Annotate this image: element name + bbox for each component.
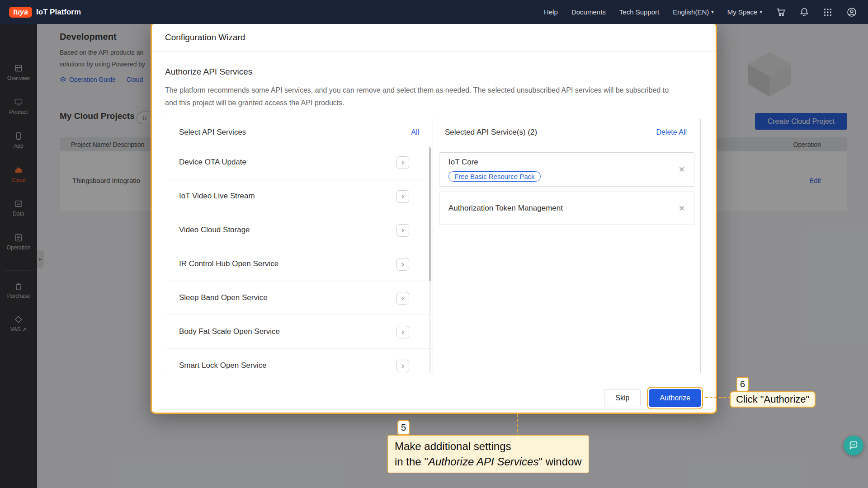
list-item: Video Cloud Storage › xyxy=(167,213,433,247)
modal-description: The platform recommends some API service… xyxy=(165,84,671,109)
list-item: IoT Video Live Stream › xyxy=(167,179,433,213)
list-item: Smart Lock Open Service › xyxy=(167,349,433,373)
app-root: tuya IoT Platform Help Documents Tech Su… xyxy=(0,0,868,488)
cart-icon[interactable] xyxy=(776,7,786,17)
topbar-right-group: Help Documents Tech Support English(EN) … xyxy=(544,7,857,18)
scrollbar-thumb[interactable] xyxy=(429,147,431,281)
step5-dashed-connector xyxy=(517,414,518,436)
authorize-button[interactable]: Authorize xyxy=(649,389,701,407)
list-item: Body Fat Scale Open Service › xyxy=(167,315,433,349)
notification-bell-icon[interactable] xyxy=(799,7,809,17)
api-service-name: Sleep Band Open Service xyxy=(179,293,268,302)
tuya-logo[interactable]: tuya xyxy=(9,7,32,18)
list-item: IR Control Hub Open Service › xyxy=(167,247,433,281)
selected-api-services-header: Selected API Service(s) (2) Delete All xyxy=(433,119,701,145)
language-dropdown[interactable]: English(EN) ▾ xyxy=(673,8,714,16)
step5-line2: in the "Authorize API Services" window xyxy=(395,454,582,469)
api-service-name: IR Control Hub Open Service xyxy=(179,259,278,268)
modal-footer: Skip Authorize xyxy=(152,383,716,413)
step5-annotation-label: Make additional settings in the "Authori… xyxy=(387,435,589,473)
remove-service-icon[interactable]: ✕ xyxy=(679,204,685,213)
api-service-name: IoT Video Live Stream xyxy=(179,192,255,201)
platform-brand-title: IoT Platform xyxy=(36,8,81,17)
my-space-dropdown[interactable]: My Space ▾ xyxy=(727,8,762,16)
chevron-down-icon: ▾ xyxy=(711,9,714,15)
documents-link[interactable]: Documents xyxy=(571,8,606,16)
expand-service-button[interactable]: › xyxy=(396,360,409,372)
expand-service-button[interactable]: › xyxy=(396,326,409,338)
tech-support-link[interactable]: Tech Support xyxy=(619,8,659,16)
chevron-down-icon: ▾ xyxy=(760,9,762,15)
resource-pack-badge: Free Basic Resource Pack xyxy=(448,171,541,182)
step6-number-badge: 6 xyxy=(736,377,749,392)
api-transfer-panel: Select API Services All Selected API Ser… xyxy=(167,119,701,373)
api-service-name: Device OTA Update xyxy=(179,158,246,167)
selected-api-services-title: Selected API Service(s) (2) xyxy=(445,128,537,137)
authorize-highlight-ring: Authorize xyxy=(647,387,703,409)
selected-service-name: Authorization Token Management xyxy=(448,204,563,213)
user-avatar[interactable] xyxy=(846,7,857,18)
authorize-api-services-heading: Authorize API Services xyxy=(165,67,252,77)
api-service-name: Smart Lock Open Service xyxy=(179,361,267,370)
chat-bubble-icon xyxy=(849,441,859,450)
step5-line1: Make additional settings xyxy=(395,439,582,454)
help-link[interactable]: Help xyxy=(544,8,558,16)
expand-service-button[interactable]: › xyxy=(396,258,409,271)
selected-service-card: Authorization Token Management ✕ xyxy=(439,192,694,225)
skip-button[interactable]: Skip xyxy=(604,389,641,407)
panel-divider xyxy=(433,119,433,373)
select-all-link[interactable]: All xyxy=(411,128,419,136)
delete-all-link[interactable]: Delete All xyxy=(656,128,687,136)
language-label: English(EN) xyxy=(673,8,709,16)
list-item: Device OTA Update › xyxy=(167,145,433,179)
api-service-name: Video Cloud Storage xyxy=(179,225,250,235)
configuration-wizard-modal: Configuration Wizard Authorize API Servi… xyxy=(151,22,717,414)
step6-annotation-label: Click "Authorize" xyxy=(730,391,816,408)
expand-service-button[interactable]: › xyxy=(396,224,409,237)
remove-service-icon[interactable]: ✕ xyxy=(679,165,685,174)
api-service-name: Body Fat Scale Open Service xyxy=(179,327,280,336)
selected-service-card: IoT Core Free Basic Resource Pack ✕ xyxy=(439,152,694,187)
list-item: Sleep Band Open Service › xyxy=(167,281,433,315)
select-api-services-title: Select API Services xyxy=(179,128,246,137)
support-chat-button[interactable] xyxy=(844,436,863,455)
my-space-label: My Space xyxy=(727,8,758,16)
select-api-services-header: Select API Services All xyxy=(167,119,433,145)
expand-service-button[interactable]: › xyxy=(396,292,409,305)
modal-header: Configuration Wizard xyxy=(152,23,716,52)
selected-service-name: IoT Core xyxy=(448,158,478,167)
step5-number-badge: 5 xyxy=(397,420,410,435)
expand-service-button[interactable]: › xyxy=(396,190,409,203)
step6-dashed-connector xyxy=(705,397,731,398)
modal-title: Configuration Wizard xyxy=(165,33,245,42)
top-navigation-bar: tuya IoT Platform Help Documents Tech Su… xyxy=(0,0,868,24)
apps-grid-icon[interactable] xyxy=(823,7,833,17)
expand-service-button[interactable]: › xyxy=(396,156,409,169)
